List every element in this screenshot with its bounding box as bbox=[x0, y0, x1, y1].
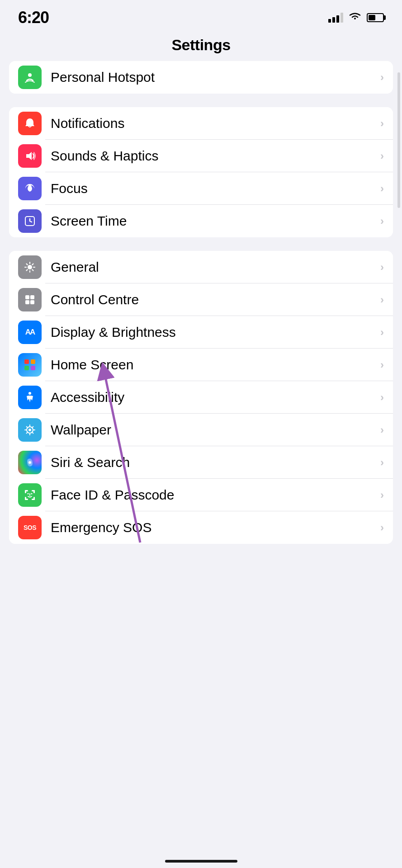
screen-time-label: Screen Time bbox=[51, 213, 380, 229]
status-time: 6:20 bbox=[18, 8, 49, 27]
home-screen-label: Home Screen bbox=[51, 357, 380, 373]
general-label: General bbox=[51, 259, 380, 275]
svg-rect-19 bbox=[24, 366, 29, 370]
control-centre-chevron: › bbox=[380, 293, 384, 306]
settings-row-sounds[interactable]: Sounds & Haptics › bbox=[9, 140, 393, 172]
signal-icon bbox=[328, 13, 343, 23]
svg-point-44 bbox=[28, 493, 29, 495]
svg-marker-1 bbox=[26, 152, 32, 160]
focus-icon bbox=[18, 177, 42, 200]
notifications-chevron: › bbox=[380, 117, 384, 130]
display-label: Display & Brightness bbox=[51, 325, 380, 340]
siri-icon bbox=[18, 451, 42, 474]
svg-line-30 bbox=[32, 427, 33, 428]
display-icon: AA bbox=[18, 321, 42, 344]
notifications-icon bbox=[18, 112, 42, 135]
svg-point-23 bbox=[28, 429, 31, 431]
svg-rect-43 bbox=[33, 497, 35, 500]
sounds-icon bbox=[18, 144, 42, 168]
svg-rect-17 bbox=[24, 359, 29, 364]
svg-point-21 bbox=[28, 392, 31, 395]
svg-rect-15 bbox=[25, 300, 29, 304]
siri-chevron: › bbox=[380, 456, 384, 469]
svg-rect-41 bbox=[25, 497, 26, 500]
personal-hotspot-label: Personal Hotspot bbox=[51, 70, 380, 85]
control-centre-label: Control Centre bbox=[51, 292, 380, 307]
svg-line-29 bbox=[32, 432, 33, 434]
accessibility-label: Accessibility bbox=[51, 390, 380, 405]
control-centre-icon bbox=[18, 288, 42, 311]
settings-row-home-screen[interactable]: Home Screen › bbox=[9, 349, 393, 381]
wallpaper-label: Wallpaper bbox=[51, 422, 380, 438]
settings-row-emergency-sos[interactable]: SOS Emergency SOS › bbox=[9, 511, 393, 544]
accessibility-chevron: › bbox=[380, 391, 384, 404]
settings-row-wallpaper[interactable]: Wallpaper › bbox=[9, 414, 393, 446]
settings-row-general[interactable]: General › bbox=[9, 251, 393, 283]
home-screen-chevron: › bbox=[380, 359, 384, 371]
home-indicator bbox=[165, 860, 237, 863]
svg-rect-13 bbox=[25, 295, 29, 299]
focus-label: Focus bbox=[51, 181, 380, 196]
general-chevron: › bbox=[380, 261, 384, 274]
settings-row-control-centre[interactable]: Control Centre › bbox=[9, 283, 393, 316]
face-id-chevron: › bbox=[380, 489, 384, 501]
scrollbar[interactable] bbox=[397, 72, 400, 208]
settings-row-accessibility[interactable]: Accessibility › bbox=[9, 381, 393, 414]
emergency-sos-label: Emergency SOS bbox=[51, 520, 380, 535]
general-icon bbox=[18, 255, 42, 279]
settings-row-focus[interactable]: Focus › bbox=[9, 172, 393, 205]
home-screen-icon bbox=[18, 353, 42, 377]
wifi-icon bbox=[349, 11, 361, 24]
svg-rect-37 bbox=[25, 490, 26, 493]
svg-rect-16 bbox=[30, 300, 34, 304]
accessibility-icon bbox=[18, 386, 42, 409]
face-id-icon bbox=[18, 483, 42, 507]
svg-point-0 bbox=[28, 73, 32, 77]
svg-point-2 bbox=[29, 188, 31, 189]
focus-chevron: › bbox=[380, 182, 384, 195]
svg-line-28 bbox=[27, 427, 28, 428]
personal-hotspot-icon bbox=[18, 66, 42, 89]
settings-row-personal-hotspot[interactable]: Personal Hotspot › bbox=[9, 61, 393, 94]
svg-point-45 bbox=[31, 493, 33, 495]
settings-row-display[interactable]: AA Display & Brightness › bbox=[9, 316, 393, 349]
svg-rect-18 bbox=[31, 359, 35, 364]
svg-rect-14 bbox=[30, 295, 34, 299]
settings-row-face-id[interactable]: Face ID & Passcode › bbox=[9, 479, 393, 511]
siri-label: Siri & Search bbox=[51, 455, 380, 470]
status-bar: 6:20 bbox=[0, 0, 402, 32]
status-icons bbox=[328, 11, 384, 24]
settings-group-notifications: Notifications › Sounds & Haptics › Focus… bbox=[9, 107, 393, 237]
svg-line-11 bbox=[32, 264, 33, 265]
sounds-chevron: › bbox=[380, 150, 384, 162]
wallpaper-icon bbox=[18, 418, 42, 442]
svg-rect-39 bbox=[33, 490, 35, 493]
face-id-label: Face ID & Passcode bbox=[51, 487, 380, 503]
settings-group-hotspot: Personal Hotspot › bbox=[9, 61, 393, 94]
emergency-sos-icon: SOS bbox=[18, 516, 42, 539]
svg-line-31 bbox=[27, 432, 28, 434]
battery-icon bbox=[367, 13, 384, 22]
svg-point-4 bbox=[28, 265, 32, 269]
screen-time-chevron: › bbox=[380, 215, 384, 227]
header: Settings bbox=[0, 32, 402, 61]
svg-rect-20 bbox=[31, 366, 35, 370]
display-chevron: › bbox=[380, 326, 384, 339]
page-title: Settings bbox=[171, 36, 230, 53]
svg-line-12 bbox=[27, 269, 28, 270]
svg-line-9 bbox=[27, 264, 28, 265]
notifications-label: Notifications bbox=[51, 116, 380, 131]
settings-row-notifications[interactable]: Notifications › bbox=[9, 107, 393, 140]
personal-hotspot-chevron: › bbox=[380, 71, 384, 84]
screen-time-icon bbox=[18, 209, 42, 233]
wallpaper-chevron: › bbox=[380, 424, 384, 436]
settings-group-general: General › Control Centre › AA Display & … bbox=[9, 251, 393, 544]
sounds-label: Sounds & Haptics bbox=[51, 148, 380, 164]
svg-line-10 bbox=[32, 269, 33, 270]
settings-row-siri[interactable]: Siri & Search › bbox=[9, 446, 393, 479]
svg-point-35 bbox=[28, 461, 31, 464]
emergency-sos-chevron: › bbox=[380, 521, 384, 534]
settings-row-screen-time[interactable]: Screen Time › bbox=[9, 205, 393, 237]
